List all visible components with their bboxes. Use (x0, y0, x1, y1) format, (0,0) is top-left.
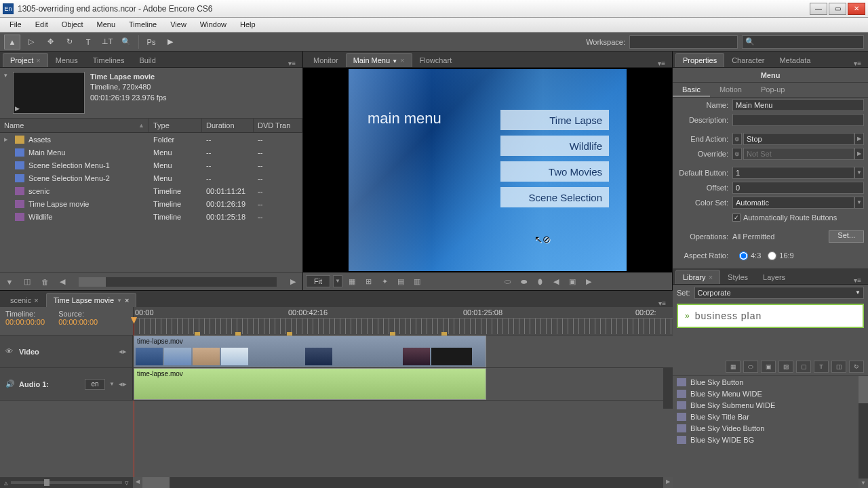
menu-object[interactable]: Object (55, 18, 90, 32)
track-nav-icon[interactable]: ◂▸ (119, 347, 127, 356)
properties-panel-menu[interactable]: ▾≡ (850, 60, 865, 67)
override-input[interactable]: Not Set (743, 148, 854, 160)
menu-edit[interactable]: Edit (28, 18, 55, 32)
tl-tab-scenic[interactable]: scenic× (3, 293, 46, 307)
zoom-out-icon[interactable]: ▵ (4, 479, 8, 487)
project-row[interactable]: Scene Selection Menu-2Menu---- (0, 171, 302, 184)
tab-timelines[interactable]: Timelines (85, 53, 132, 67)
edit-ps-tool[interactable]: Ps (143, 35, 159, 49)
new-item-icon[interactable]: ◫ (22, 277, 33, 287)
next-btn-icon[interactable]: ▶ (582, 276, 595, 287)
library-item[interactable]: Blue Sky Menu WIDE (673, 388, 868, 399)
expand-icon[interactable]: ▾ (4, 72, 7, 114)
tab-main-menu[interactable]: Main Menu ▼× (346, 53, 412, 67)
desc-input[interactable] (732, 114, 864, 126)
aspect-43-radio[interactable] (739, 251, 748, 260)
tl-vscroll[interactable] (663, 368, 673, 409)
tab-monitor[interactable]: Monitor (306, 53, 346, 67)
menu-button-sceneselection[interactable]: Scene Selection (500, 187, 609, 207)
pstab-basic[interactable]: Basic (673, 83, 710, 97)
library-item[interactable]: Blue Sky Video Button (673, 422, 868, 434)
lib-filter-text-icon[interactable]: T (814, 361, 829, 373)
pstab-motion[interactable]: Motion (710, 83, 751, 97)
tab-menus[interactable]: Menus (48, 53, 85, 67)
library-item[interactable]: Blue Sky Submenu WIDE (673, 399, 868, 411)
eye-icon[interactable]: 👁 (5, 347, 15, 357)
tl-source-tc[interactable]: 00:00:00:00 (58, 318, 98, 326)
menu-file[interactable]: File (3, 18, 28, 32)
monitor-view[interactable]: main menu Time Lapse Wildlife Two Movies… (303, 68, 672, 272)
tab-layers[interactable]: Layers (755, 270, 793, 284)
preview-tool[interactable]: ▶ (162, 35, 178, 49)
prev-icon[interactable]: ◀ (57, 277, 68, 287)
tl-hscroll[interactable]: ◀ ▶ (133, 477, 673, 488)
colorset-input[interactable]: Automatic (732, 197, 854, 209)
col-type[interactable]: Type (149, 119, 202, 132)
set-button[interactable]: Set... (829, 230, 864, 243)
hilite-normal-icon[interactable]: ⬭ (500, 276, 514, 287)
override-dd[interactable]: ▶ (854, 148, 864, 160)
menu-button-wildlife[interactable]: Wildlife (500, 136, 609, 156)
tl-video-clip[interactable]: time-lapse.mov (134, 336, 486, 367)
tab-metadata[interactable]: Metadata (772, 53, 818, 67)
guides-icon[interactable]: ⊞ (361, 276, 375, 287)
tl-tab-timelapse[interactable]: Time Lapse movie▼× (46, 293, 137, 307)
endaction-input[interactable]: Stop (743, 133, 854, 145)
project-panel-menu[interactable]: ▾≡ (284, 60, 300, 67)
zoom-fit[interactable]: Fit (306, 275, 330, 287)
library-item[interactable]: Blue Sky Button (673, 376, 868, 388)
library-item[interactable]: Blue Sky WIDE BG (673, 434, 868, 445)
lib-filter-layerset-icon[interactable]: ▢ (796, 361, 811, 373)
name-input[interactable]: Main Menu (732, 99, 864, 111)
library-item[interactable]: Blue Sky Title Bar (673, 411, 868, 422)
track-nav-icon[interactable]: ◂▸ (119, 380, 127, 388)
direct-select-tool[interactable]: ▷ (23, 35, 39, 49)
tab-character[interactable]: Character (724, 53, 772, 67)
lib-filter-image-icon[interactable]: ▣ (761, 361, 776, 373)
tab-project[interactable]: Project× (3, 53, 48, 67)
monitor-panel-menu[interactable]: ▾≡ (654, 60, 669, 67)
pstab-popup[interactable]: Pop-up (751, 83, 794, 97)
menu-help[interactable]: Help (233, 18, 262, 32)
aspect-169-radio[interactable] (768, 251, 776, 260)
tl-zoom-slider[interactable] (11, 481, 122, 484)
tl-timeline-tc[interactable]: 00:00:00:00 (5, 318, 45, 326)
project-thumbnail[interactable]: ▶ (13, 72, 85, 114)
tl-ruler[interactable]: 00:00 00:00:42:16 00:01:25:08 00:02: (133, 307, 673, 335)
timeline-panel-menu[interactable]: ▾≡ (654, 300, 670, 307)
project-row[interactable]: WildlifeTimeline00:01:25:18-- (0, 210, 302, 223)
menu-menu[interactable]: Menu (90, 18, 123, 32)
col-name[interactable]: Name▲ (0, 119, 149, 132)
selection-tool[interactable]: ▲ (4, 35, 20, 49)
close-button[interactable]: ✕ (848, 3, 865, 15)
maximize-button[interactable]: ▭ (829, 3, 846, 15)
minimize-button[interactable]: — (810, 3, 827, 15)
lib-filter-button-icon[interactable]: ⬭ (743, 361, 758, 373)
project-row[interactable]: ▸AssetsFolder---- (0, 133, 302, 146)
project-row[interactable]: Scene Selection Menu-1Menu---- (0, 159, 302, 171)
lib-filter-bg-icon[interactable]: ▨ (778, 361, 793, 373)
hilite-selected-icon[interactable]: ⬬ (517, 276, 530, 287)
project-hscroll[interactable] (79, 277, 277, 287)
project-row[interactable]: Main MenuMenu---- (0, 146, 302, 159)
endaction-dd[interactable]: ▶ (854, 133, 864, 145)
zoom-in-icon[interactable]: ▿ (125, 479, 129, 487)
lib-filter-shapes-icon[interactable]: ◫ (831, 361, 846, 373)
preview-icon[interactable]: ▣ (566, 276, 579, 287)
next-icon[interactable]: ▶ (288, 277, 298, 287)
menu-button-timelapse[interactable]: Time Lapse (500, 110, 609, 130)
menu-view[interactable]: View (163, 18, 193, 32)
defbtn-dd[interactable]: ▼ (854, 167, 864, 179)
search-input[interactable]: 🔍 (742, 35, 864, 49)
menu-timeline[interactable]: Timeline (122, 18, 163, 32)
routing-icon[interactable]: ✦ (378, 276, 391, 287)
menu-window[interactable]: Window (193, 18, 233, 32)
autoroute-checkbox[interactable]: ✓ (732, 214, 741, 222)
tab-build[interactable]: Build (132, 53, 163, 67)
speaker-icon[interactable]: 🔊 (5, 380, 15, 389)
prev-btn-icon[interactable]: ◀ (549, 276, 563, 287)
lang-dd-icon[interactable]: ▼ (109, 381, 115, 387)
tl-audio-lang[interactable]: en (85, 379, 105, 390)
distribute-icon[interactable]: ▥ (410, 276, 424, 287)
safe-area-icon[interactable]: ▦ (345, 276, 359, 287)
